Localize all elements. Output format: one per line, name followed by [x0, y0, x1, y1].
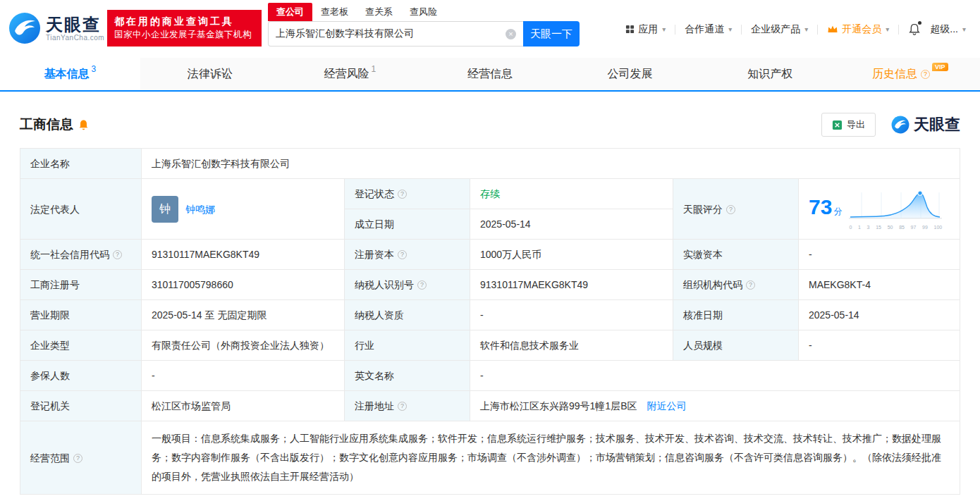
company-name-value: 上海乐智汇创数字科技有限公司	[142, 149, 960, 179]
tab-company-development[interactable]: 公司发展	[560, 58, 700, 90]
field-label-cell: 核准日期	[673, 300, 799, 330]
field-label-cell: 登记状态	[345, 179, 470, 209]
field-label: 实缴资本	[683, 249, 723, 260]
search-input[interactable]	[276, 28, 506, 39]
slogan-line2: 国家中小企业发展子基金旗下机构	[114, 29, 255, 41]
table-row: 营业期限 2025-05-14 至 无固定期限 纳税人资质 - 核准日期 202…	[20, 300, 960, 330]
taxpayer-id-value: 91310117MAEKG8KT49	[470, 270, 673, 300]
legal-rep-avatar[interactable]: 钟	[152, 196, 178, 223]
section-actions: 导出 天眼查	[821, 113, 960, 137]
search-tab-risk[interactable]: 查风险	[401, 3, 446, 21]
field-label-cell: 法定代表人	[20, 179, 142, 240]
tab-label: 公司发展	[608, 67, 653, 82]
help-icon[interactable]	[746, 280, 755, 290]
field-label-cell: 营业期限	[20, 300, 142, 330]
reg-authority-value: 松江区市场监管局	[142, 391, 345, 421]
search-area: 查公司 查老板 查关系 查风险 天眼一下	[268, 4, 580, 47]
search-tab-boss[interactable]: 查老板	[312, 3, 357, 21]
tianyancha-logo[interactable]: 天眼查 TianYanCha.com	[8, 12, 104, 44]
english-name-value: -	[470, 361, 960, 391]
app-grid-icon	[625, 25, 635, 34]
search-box[interactable]	[268, 21, 523, 47]
field-label-cell: 成立日期	[345, 209, 470, 240]
status-badge: 存续	[480, 188, 500, 199]
crown-icon	[827, 25, 838, 34]
divider	[898, 25, 899, 35]
help-icon[interactable]	[73, 454, 82, 463]
divider	[817, 25, 818, 35]
field-label: 英文名称	[355, 370, 394, 381]
tab-operating-risk[interactable]: 经营风险 1	[280, 58, 420, 90]
nav-open-membership[interactable]: 开通会员	[827, 23, 889, 36]
chart-tick-label: 99	[922, 224, 928, 230]
subscribe-bell-icon[interactable]	[78, 119, 89, 131]
chart-tick-label: 3	[867, 224, 870, 230]
company-type-value: 有限责任公司（外商投资企业法人独资）	[142, 330, 345, 361]
chart-tick-label: 1	[858, 224, 861, 230]
chart-tick-label: 0	[849, 224, 852, 230]
nearby-companies-link[interactable]: 附近公司	[647, 400, 686, 412]
notification-dot	[918, 21, 921, 25]
logo-text: 天眼查 TianYanCha.com	[46, 16, 104, 42]
field-label-cell: 组织机构代码	[673, 270, 799, 300]
tab-legal-proceedings[interactable]: 法律诉讼	[140, 58, 281, 90]
help-icon[interactable]	[113, 250, 122, 259]
chevron-down-icon	[804, 25, 808, 33]
help-icon[interactable]	[726, 205, 735, 214]
table-row: 登记机关 松江区市场监管局 注册地址 上海市松江区东兴路99号1幢1层B区 附近…	[20, 391, 960, 421]
search-tab-company[interactable]: 查公司	[268, 3, 312, 21]
notifications-bell-button[interactable]	[908, 23, 921, 36]
tab-operating-info[interactable]: 经营信息	[420, 58, 561, 90]
business-info-table: 企业名称 上海乐智汇创数字科技有限公司 法定代表人 钟 钟鸣娜 登记状态	[20, 148, 960, 495]
reg-number-value: 310117005798660	[142, 270, 345, 300]
nav-apps[interactable]: 应用	[625, 23, 666, 36]
tab-basic-info[interactable]: 基本信息 3	[0, 58, 140, 90]
export-label: 导出	[847, 118, 865, 131]
field-label: 纳税人识别号	[355, 279, 414, 290]
tab-history-info[interactable]: 历史信息 VIP	[840, 58, 980, 90]
divider	[675, 25, 675, 35]
excel-icon	[832, 120, 843, 130]
field-label: 企业名称	[30, 158, 70, 169]
legal-rep-link[interactable]: 钟鸣娜	[185, 202, 215, 216]
export-button[interactable]: 导出	[821, 113, 876, 137]
tab-label: 基本信息	[44, 67, 89, 82]
field-label: 登记状态	[355, 188, 394, 199]
chart-tick-label: 97	[911, 224, 917, 230]
help-icon[interactable]	[417, 280, 427, 290]
tab-badge: 3	[91, 64, 96, 74]
field-label-cell: 天眼评分	[673, 179, 799, 240]
taxpayer-quality-value: -	[470, 300, 673, 330]
tab-label: 经营风险	[324, 67, 369, 82]
tab-intellectual-property[interactable]: 知识产权	[700, 58, 840, 90]
tab-label: 知识产权	[747, 67, 792, 82]
search-button[interactable]: 天眼一下	[523, 21, 580, 47]
nav-enterprise-products[interactable]: 企业级产品	[751, 23, 808, 36]
help-icon[interactable]	[921, 70, 930, 79]
table-row: 统一社会信用代码 91310117MAEKG8KT49 注册资本 1000万人民…	[20, 240, 960, 270]
top-header: 天眼查 TianYanCha.com 都在用的商业查询工具 国家中小企业发展子基…	[0, 0, 980, 58]
help-icon[interactable]	[398, 250, 407, 259]
field-label: 成立日期	[355, 218, 394, 230]
field-label: 注册地址	[355, 400, 394, 412]
score-number: 73	[809, 195, 832, 218]
clear-search-icon[interactable]	[506, 29, 516, 39]
nav-enterprise-label: 企业级产品	[751, 23, 800, 36]
chart-axis-ticks: 0 1 3 15 50 85 97 99 100	[849, 224, 942, 230]
nav-super-vip[interactable]: 超级...	[930, 23, 966, 36]
tianyancha-watermark: 天眼查	[891, 114, 960, 135]
slogan-line1: 都在用的商业查询工具	[114, 16, 255, 28]
chevron-down-icon	[962, 25, 966, 33]
help-icon[interactable]	[398, 190, 407, 199]
field-label: 企业类型	[30, 340, 70, 351]
help-icon[interactable]	[398, 402, 407, 411]
nav-partner-channel[interactable]: 合作通道	[685, 23, 732, 36]
chevron-down-icon	[886, 25, 889, 33]
chart-tick-label: 100	[934, 224, 943, 230]
search-tab-relation[interactable]: 查关系	[357, 3, 401, 21]
business-term-value: 2025-05-14 至 无固定期限	[142, 300, 345, 330]
industry-value: 软件和信息技术服务业	[470, 330, 673, 361]
chart-tick-label: 50	[888, 224, 893, 230]
tab-label: 法律诉讼	[188, 67, 233, 82]
tab-label: 历史信息	[872, 67, 917, 82]
